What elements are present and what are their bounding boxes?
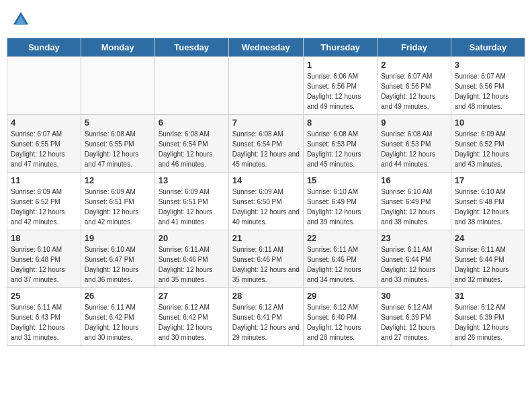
day-info: Sunrise: 6:06 AMSunset: 6:56 PMDaylight:… bbox=[307, 71, 373, 111]
day-info: Sunrise: 6:09 AMSunset: 6:52 PMDaylight:… bbox=[11, 187, 77, 227]
calendar-cell: 20Sunrise: 6:11 AMSunset: 6:46 PMDayligh… bbox=[154, 230, 228, 288]
calendar-cell bbox=[228, 57, 303, 115]
day-number: 25 bbox=[11, 291, 77, 301]
day-number: 17 bbox=[455, 175, 521, 185]
day-number: 29 bbox=[307, 291, 373, 301]
day-info: Sunrise: 6:09 AMSunset: 6:51 PMDaylight:… bbox=[159, 187, 225, 227]
calendar-cell: 14Sunrise: 6:09 AMSunset: 6:50 PMDayligh… bbox=[228, 173, 303, 230]
day-info: Sunrise: 6:11 AMSunset: 6:46 PMDaylight:… bbox=[159, 244, 225, 285]
day-number: 28 bbox=[232, 291, 300, 301]
day-info: Sunrise: 6:08 AMSunset: 6:54 PMDaylight:… bbox=[159, 129, 225, 169]
calendar-cell: 29Sunrise: 6:12 AMSunset: 6:40 PMDayligh… bbox=[303, 288, 377, 346]
day-info: Sunrise: 6:12 AMSunset: 6:40 PMDaylight:… bbox=[307, 302, 373, 342]
day-number: 7 bbox=[232, 118, 300, 128]
day-number: 18 bbox=[11, 233, 77, 243]
day-info: Sunrise: 6:12 AMSunset: 6:39 PMDaylight:… bbox=[455, 302, 521, 342]
calendar-cell: 4Sunrise: 6:07 AMSunset: 6:55 PMDaylight… bbox=[7, 115, 81, 173]
calendar-cell: 15Sunrise: 6:10 AMSunset: 6:49 PMDayligh… bbox=[303, 173, 377, 230]
calendar-cell: 8Sunrise: 6:08 AMSunset: 6:53 PMDaylight… bbox=[303, 115, 377, 173]
calendar-week-row-1: 1Sunrise: 6:06 AMSunset: 6:56 PMDaylight… bbox=[7, 57, 525, 115]
weekday-header-thursday: Thursday bbox=[303, 38, 377, 57]
calendar-cell: 19Sunrise: 6:10 AMSunset: 6:47 PMDayligh… bbox=[81, 230, 154, 288]
day-number: 14 bbox=[232, 175, 300, 185]
calendar-cell: 24Sunrise: 6:11 AMSunset: 6:44 PMDayligh… bbox=[451, 230, 525, 288]
calendar-cell: 1Sunrise: 6:06 AMSunset: 6:56 PMDaylight… bbox=[303, 57, 377, 115]
day-info: Sunrise: 6:10 AMSunset: 6:49 PMDaylight:… bbox=[381, 187, 447, 227]
day-number: 5 bbox=[85, 118, 151, 128]
calendar-cell: 22Sunrise: 6:11 AMSunset: 6:45 PMDayligh… bbox=[303, 230, 377, 288]
day-info: Sunrise: 6:07 AMSunset: 6:56 PMDaylight:… bbox=[381, 71, 447, 111]
day-info: Sunrise: 6:11 AMSunset: 6:43 PMDaylight:… bbox=[11, 302, 77, 342]
day-number: 21 bbox=[232, 233, 300, 243]
day-number: 1 bbox=[307, 60, 373, 70]
day-info: Sunrise: 6:10 AMSunset: 6:49 PMDaylight:… bbox=[307, 187, 373, 227]
calendar-cell: 2Sunrise: 6:07 AMSunset: 6:56 PMDaylight… bbox=[378, 57, 451, 115]
day-info: Sunrise: 6:07 AMSunset: 6:56 PMDaylight:… bbox=[455, 71, 521, 111]
day-info: Sunrise: 6:11 AMSunset: 6:46 PMDaylight:… bbox=[232, 244, 300, 285]
calendar-week-row-3: 11Sunrise: 6:09 AMSunset: 6:52 PMDayligh… bbox=[7, 173, 525, 230]
day-number: 3 bbox=[455, 60, 521, 70]
calendar-week-row-5: 25Sunrise: 6:11 AMSunset: 6:43 PMDayligh… bbox=[7, 288, 525, 346]
calendar-cell: 16Sunrise: 6:10 AMSunset: 6:49 PMDayligh… bbox=[378, 173, 451, 230]
calendar-cell: 10Sunrise: 6:09 AMSunset: 6:52 PMDayligh… bbox=[451, 115, 525, 173]
calendar-cell: 3Sunrise: 6:07 AMSunset: 6:56 PMDaylight… bbox=[451, 57, 525, 115]
day-number: 15 bbox=[307, 175, 373, 185]
day-number: 19 bbox=[85, 233, 151, 243]
calendar-cell: 11Sunrise: 6:09 AMSunset: 6:52 PMDayligh… bbox=[7, 173, 81, 230]
calendar-cell: 27Sunrise: 6:12 AMSunset: 6:42 PMDayligh… bbox=[154, 288, 228, 346]
day-number: 24 bbox=[455, 233, 521, 243]
day-info: Sunrise: 6:11 AMSunset: 6:44 PMDaylight:… bbox=[455, 244, 521, 285]
calendar-cell: 13Sunrise: 6:09 AMSunset: 6:51 PMDayligh… bbox=[154, 173, 228, 230]
day-number: 16 bbox=[381, 175, 447, 185]
day-number: 31 bbox=[455, 291, 521, 301]
day-number: 22 bbox=[307, 233, 373, 243]
calendar-cell: 21Sunrise: 6:11 AMSunset: 6:46 PMDayligh… bbox=[228, 230, 303, 288]
calendar-cell: 17Sunrise: 6:10 AMSunset: 6:48 PMDayligh… bbox=[451, 173, 525, 230]
day-info: Sunrise: 6:08 AMSunset: 6:53 PMDaylight:… bbox=[307, 129, 373, 169]
weekday-header-row: SundayMondayTuesdayWednesdayThursdayFrid… bbox=[7, 38, 525, 57]
calendar-cell: 9Sunrise: 6:08 AMSunset: 6:53 PMDaylight… bbox=[378, 115, 451, 173]
day-number: 26 bbox=[85, 291, 151, 301]
weekday-header-saturday: Saturday bbox=[451, 38, 525, 57]
day-info: Sunrise: 6:12 AMSunset: 6:42 PMDaylight:… bbox=[159, 302, 225, 342]
day-info: Sunrise: 6:07 AMSunset: 6:55 PMDaylight:… bbox=[11, 129, 77, 169]
day-info: Sunrise: 6:10 AMSunset: 6:47 PMDaylight:… bbox=[85, 244, 151, 285]
calendar-cell: 25Sunrise: 6:11 AMSunset: 6:43 PMDayligh… bbox=[7, 288, 81, 346]
day-info: Sunrise: 6:11 AMSunset: 6:44 PMDaylight:… bbox=[381, 244, 447, 285]
weekday-header-wednesday: Wednesday bbox=[228, 38, 303, 57]
page-header bbox=[7, 7, 525, 32]
day-number: 8 bbox=[307, 118, 373, 128]
day-number: 2 bbox=[381, 60, 447, 70]
day-info: Sunrise: 6:11 AMSunset: 6:45 PMDaylight:… bbox=[307, 244, 373, 285]
calendar-cell: 26Sunrise: 6:11 AMSunset: 6:42 PMDayligh… bbox=[81, 288, 154, 346]
day-number: 9 bbox=[381, 118, 447, 128]
calendar-cell: 12Sunrise: 6:09 AMSunset: 6:51 PMDayligh… bbox=[81, 173, 154, 230]
calendar-week-row-2: 4Sunrise: 6:07 AMSunset: 6:55 PMDaylight… bbox=[7, 115, 525, 173]
calendar-cell bbox=[81, 57, 154, 115]
day-number: 13 bbox=[159, 175, 225, 185]
day-number: 30 bbox=[381, 291, 447, 301]
logo-icon bbox=[11, 9, 31, 30]
weekday-header-tuesday: Tuesday bbox=[154, 38, 228, 57]
calendar-cell bbox=[7, 57, 81, 115]
day-number: 6 bbox=[159, 118, 225, 128]
day-info: Sunrise: 6:09 AMSunset: 6:50 PMDaylight:… bbox=[232, 187, 300, 227]
day-info: Sunrise: 6:11 AMSunset: 6:42 PMDaylight:… bbox=[85, 302, 151, 342]
logo bbox=[11, 9, 34, 30]
day-info: Sunrise: 6:12 AMSunset: 6:39 PMDaylight:… bbox=[381, 302, 447, 342]
day-number: 11 bbox=[11, 175, 77, 185]
day-number: 23 bbox=[381, 233, 447, 243]
calendar-cell: 30Sunrise: 6:12 AMSunset: 6:39 PMDayligh… bbox=[378, 288, 451, 346]
calendar-cell: 7Sunrise: 6:08 AMSunset: 6:54 PMDaylight… bbox=[228, 115, 303, 173]
day-info: Sunrise: 6:08 AMSunset: 6:54 PMDaylight:… bbox=[232, 129, 300, 169]
day-info: Sunrise: 6:09 AMSunset: 6:51 PMDaylight:… bbox=[85, 187, 151, 227]
day-info: Sunrise: 6:08 AMSunset: 6:55 PMDaylight:… bbox=[85, 129, 151, 169]
day-number: 10 bbox=[455, 118, 521, 128]
day-info: Sunrise: 6:10 AMSunset: 6:48 PMDaylight:… bbox=[455, 187, 521, 227]
weekday-header-friday: Friday bbox=[378, 38, 451, 57]
calendar-cell: 23Sunrise: 6:11 AMSunset: 6:44 PMDayligh… bbox=[378, 230, 451, 288]
day-number: 27 bbox=[159, 291, 225, 301]
calendar-table: SundayMondayTuesdayWednesdayThursdayFrid… bbox=[7, 38, 525, 346]
day-info: Sunrise: 6:09 AMSunset: 6:52 PMDaylight:… bbox=[455, 129, 521, 169]
calendar-cell bbox=[154, 57, 228, 115]
